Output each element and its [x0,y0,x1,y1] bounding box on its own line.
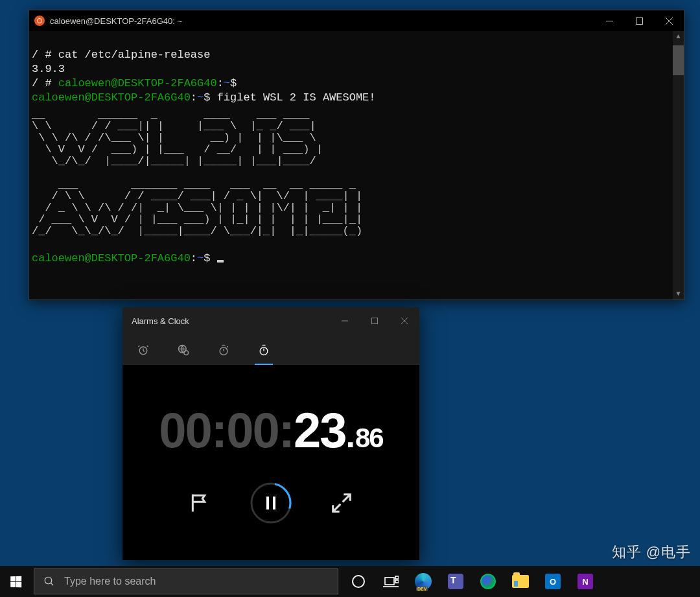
edge-dev-icon [415,573,432,590]
scrollbar-thumb[interactable] [673,45,684,75]
tab-world-clock[interactable] [177,334,190,365]
stopwatch-area: 00:00:23.86 [122,366,419,560]
pause-button[interactable] [250,482,292,524]
cortana-button[interactable] [342,566,375,597]
outlook-button[interactable]: O [537,566,569,597]
tab-timer[interactable] [217,334,230,365]
svg-point-10 [184,350,189,355]
clock-title: Alarms & Clock [132,316,189,326]
scroll-up-icon[interactable]: ▲ [673,31,684,42]
start-button[interactable] [0,566,31,597]
watermark-text: 知乎 @电手 [612,543,691,562]
search-icon [43,576,55,587]
task-view-button[interactable] [375,566,407,597]
terminal-titlebar[interactable]: caloewen@DESKTOP-2FA6G40: ~ [29,10,684,31]
prompt-root: / # [32,49,58,61]
time-hours-minutes: 00:00: [159,402,294,458]
windows-logo-icon [10,576,21,587]
clock-titlebar[interactable]: Alarms & Clock [122,307,419,334]
svg-rect-17 [385,578,394,585]
svg-rect-5 [372,318,378,324]
folder-icon [512,575,529,588]
teams-button[interactable] [439,566,472,597]
edge-icon [480,574,496,589]
prompt-user2: caloewen@DESKTOP-2FA6G40 [32,91,191,104]
ubuntu-icon [34,16,45,26]
svg-rect-1 [636,18,642,24]
svg-line-16 [51,583,53,585]
svg-rect-20 [395,580,399,583]
clock-tabbar [122,334,419,366]
alarms-clock-window[interactable]: Alarms & Clock 00:00:23.86 [122,307,419,560]
taskbar: Type here to search O N [0,566,700,597]
outlook-icon: O [545,574,561,589]
search-placeholder: Type here to search [64,576,156,587]
tab-alarm[interactable] [137,334,150,365]
close-button[interactable] [390,307,419,334]
scrollbar-track[interactable]: ▲ ▼ [673,31,684,299]
onenote-button[interactable]: N [569,566,601,597]
prompt-user3: caloewen@DESKTOP-2FA6G40 [32,252,191,264]
file-explorer-button[interactable] [504,566,537,597]
cortana-icon [352,575,365,588]
taskbar-search[interactable]: Type here to search [34,568,338,594]
stopwatch-controls [187,482,355,524]
terminal-window[interactable]: caloewen@DESKTOP-2FA6G40: ~ / # cat /etc… [29,10,684,300]
onenote-icon: N [578,574,593,589]
tab-stopwatch[interactable] [257,334,270,365]
output-version: 3.9.3 [32,63,65,75]
terminal-cursor [217,260,224,263]
command-cat: cat /etc/alpine-release [58,49,211,61]
maximize-button[interactable] [624,10,654,31]
svg-point-15 [45,577,52,584]
command-figlet: figlet WSL 2 IS AWESOME! [217,91,376,104]
minimize-button[interactable] [330,307,360,334]
lap-button[interactable] [187,490,213,516]
time-centiseconds: 86 [355,423,383,454]
task-view-icon [383,574,399,589]
scroll-down-icon[interactable]: ▼ [673,288,684,299]
stopwatch-time: 00:00:23.86 [159,402,382,458]
close-button[interactable] [654,10,684,31]
time-seconds: 23 [294,402,346,458]
prompt-user: caloewen@DESKTOP-2FA6G40 [58,77,217,89]
minimize-button[interactable] [594,10,624,31]
expand-button[interactable] [329,490,355,516]
svg-rect-19 [395,576,399,579]
edge-button[interactable] [472,566,504,597]
prompt-root2: / # [32,77,58,89]
teams-icon [448,574,463,589]
terminal-title: caloewen@DESKTOP-2FA6G40: ~ [50,16,182,26]
edge-dev-button[interactable] [407,566,439,597]
maximize-button[interactable] [360,307,390,334]
terminal-body[interactable]: / # cat /etc/alpine-release 3.9.3 / # ca… [29,31,684,299]
figlet-ascii-art: __ ______ _ ____ ___ ____ \ \ / / ___|| … [32,109,679,237]
